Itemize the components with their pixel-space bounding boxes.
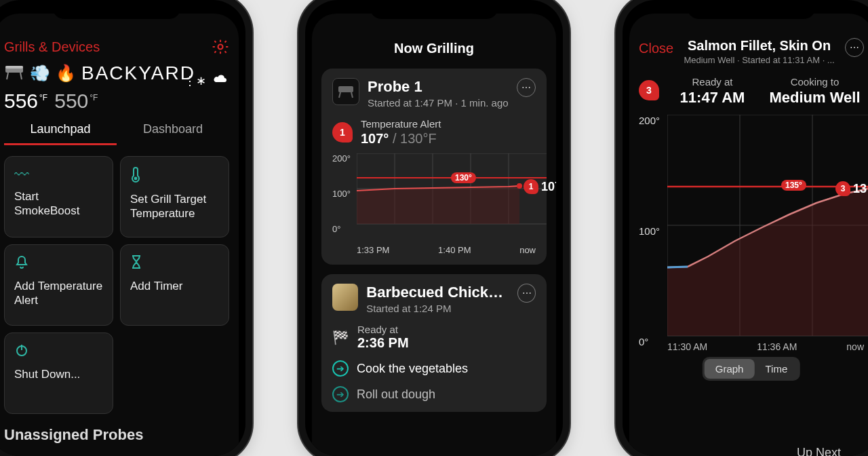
probe-badge-small: 1 — [524, 179, 538, 194]
power-icon — [14, 343, 103, 362]
tab-dashboard[interactable]: Dashboard — [117, 122, 229, 145]
seg-time[interactable]: Time — [754, 359, 798, 379]
phone-now-grilling: Now Grilling Probe 1 Started at 1:47 PM … — [305, 0, 563, 456]
ready-value: 2:36 PM — [357, 335, 409, 351]
segmented-control: Graph Time — [703, 357, 800, 381]
close-button[interactable]: Close — [639, 41, 673, 56]
svg-rect-2 — [5, 66, 23, 69]
probe-badge: 1 — [332, 122, 353, 142]
target-pill: 135° — [781, 180, 806, 191]
grill-name: BACKYARD — [81, 62, 195, 84]
svg-line-10 — [351, 92, 353, 98]
food-thumbnail — [332, 284, 358, 311]
temps-row: 556°F 550°F — [4, 90, 229, 113]
current-readout: 13 — [853, 182, 867, 196]
probe-name: Probe 1 — [368, 78, 509, 96]
probe-started: Started at 1:47 PM · 1 min. ago — [368, 97, 509, 109]
up-next-label: Up Next — [797, 446, 841, 456]
arrow-right-icon: ➔ — [332, 360, 349, 377]
alert-label: Temperature Alert — [361, 118, 441, 130]
ready-label: Ready at — [357, 324, 409, 335]
probe-badge: 3 — [639, 80, 659, 100]
notch — [370, 0, 498, 19]
smoke-icon: 💨 — [30, 64, 50, 83]
tile-add-timer[interactable]: Add Timer — [120, 244, 229, 326]
phone-detail: Close Salmon Fillet, Skin On Medium Well… — [623, 0, 868, 456]
notch — [687, 0, 816, 19]
svg-line-9 — [339, 92, 340, 98]
arrow-right-icon: ➔ — [332, 386, 349, 402]
svg-point-20 — [517, 183, 522, 189]
tile-set-target[interactable]: Set Grill Target Temperature — [120, 156, 229, 238]
recipe-card[interactable]: Barbecued Chicken P… Started at 1:24 PM … — [321, 274, 547, 412]
cookto-label: Cooking to — [766, 76, 864, 88]
seg-graph[interactable]: Graph — [705, 359, 755, 379]
more-icon[interactable]: ⋯ — [845, 38, 864, 57]
current-readout: 107° — [541, 180, 556, 194]
tab-launchpad[interactable]: Launchpad — [4, 122, 117, 145]
thermometer-icon — [130, 166, 219, 187]
svg-point-5 — [134, 177, 138, 180]
svg-rect-8 — [338, 86, 353, 92]
more-icon[interactable]: ⋯ — [517, 284, 536, 303]
unassigned-probes-header: Unassigned Probes — [4, 426, 229, 444]
svg-point-0 — [218, 45, 223, 50]
phone-grills: Grills & Devices ⋮∗ 💨 🔥 BACKYARD 556°F 5… — [0, 0, 245, 456]
probe-card[interactable]: Probe 1 Started at 1:47 PM · 1 min. ago … — [321, 69, 547, 265]
recipe-step[interactable]: ➔ Roll out dough — [332, 386, 536, 402]
grill-icon — [332, 78, 359, 105]
probe1-chart: 200° 100° 0° — [332, 153, 536, 255]
tile-add-alert[interactable]: Add Temperature Alert — [4, 244, 113, 326]
more-icon[interactable]: ⋯ — [517, 78, 536, 97]
smokeboost-icon: 〰 — [14, 166, 103, 184]
tabs: Launchpad Dashboard — [4, 122, 229, 145]
grill-icon — [4, 63, 24, 83]
screen-header: Grills & Devices — [4, 39, 100, 55]
svg-line-4 — [20, 73, 22, 79]
alert-value: 107° / 130°F — [361, 131, 441, 147]
svg-line-3 — [7, 73, 8, 79]
salmon-chart: 200° 100° 0° — [639, 115, 864, 373]
hourglass-icon — [130, 254, 219, 273]
detail-title: Salmon Fillet, Skin On — [679, 38, 840, 54]
temp-primary: 556 — [4, 90, 38, 112]
tile-smokeboost[interactable]: 〰 Start SmokeBoost — [4, 156, 113, 238]
bell-icon — [14, 254, 103, 273]
cloud-icon — [213, 73, 228, 88]
bluetooth-icon: ⋮∗ — [184, 73, 206, 88]
target-pill: 130° — [451, 172, 476, 183]
ready-value: 11:47 AM — [663, 89, 762, 107]
ready-label: Ready at — [663, 76, 762, 88]
cookto-value: Medium Well — [766, 89, 864, 107]
flag-icon: 🏁 — [332, 329, 349, 345]
page-title: Now Grilling — [321, 41, 547, 56]
temp-secondary: 550 — [54, 90, 88, 112]
probe-badge-small: 3 — [835, 181, 850, 196]
recipe-name: Barbecued Chicken P… — [366, 284, 509, 301]
notch — [52, 0, 181, 19]
gear-icon[interactable] — [212, 38, 229, 56]
recipe-started: Started at 1:24 PM — [366, 303, 509, 314]
detail-subtitle: Medium Well · Started at 11:31 AM · ... — [679, 55, 840, 65]
tile-shut-down[interactable]: Shut Down... — [4, 332, 113, 414]
recipe-step[interactable]: ➔ Cook the vegetables — [332, 360, 536, 377]
fire-icon: 🔥 — [56, 64, 76, 83]
